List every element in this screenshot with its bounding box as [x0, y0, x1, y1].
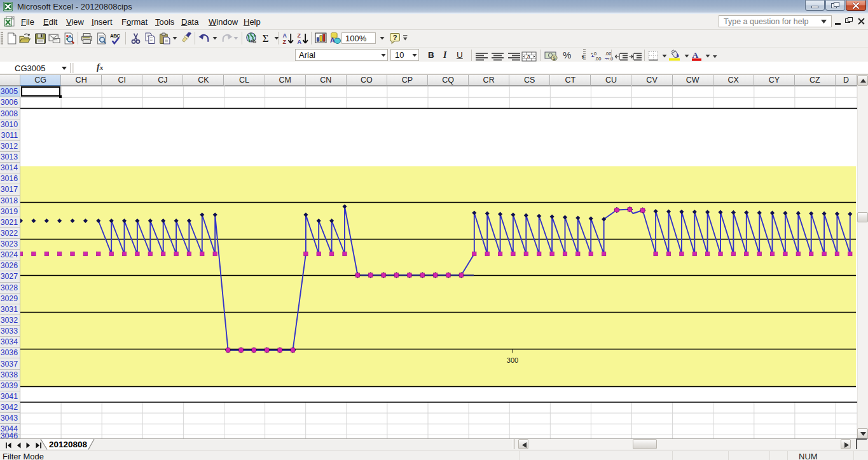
- svg-text:300: 300: [507, 356, 518, 364]
